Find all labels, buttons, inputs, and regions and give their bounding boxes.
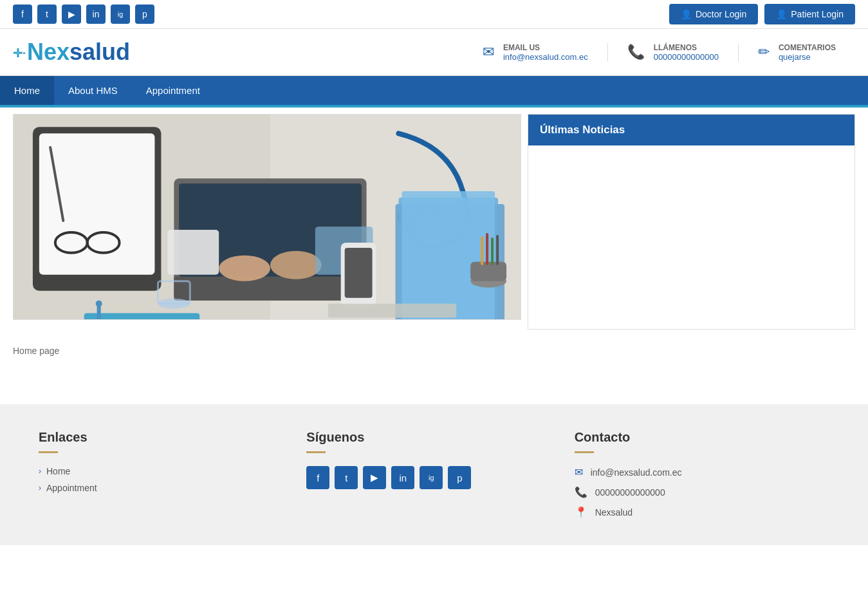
svg-point-27 — [96, 301, 102, 307]
svg-point-12 — [219, 256, 270, 281]
svg-rect-29 — [470, 262, 506, 281]
nav-appointment[interactable]: Appointment — [132, 76, 214, 105]
patient-login-button[interactable]: 👤 Patient Login — [764, 4, 855, 24]
footer-twitter-icon[interactable]: t — [335, 466, 358, 489]
patient-login-icon: 👤 — [776, 9, 787, 19]
svg-rect-11 — [174, 277, 366, 301]
footer-link-appointment[interactable]: › Appointment — [39, 483, 281, 493]
top-youtube-icon[interactable]: ▶ — [62, 5, 81, 24]
logo-salud: salud — [69, 39, 130, 65]
header-comments: ✏ COMENTARIOS quejarse — [739, 43, 855, 62]
footer-linkedin-icon[interactable]: in — [391, 466, 414, 489]
footer-contact-phone: 📞 00000000000000 — [575, 486, 817, 498]
svg-rect-22 — [328, 304, 456, 318]
patient-login-label: Patient Login — [791, 9, 844, 19]
email-label: EMAIL US — [503, 43, 588, 52]
spacer — [0, 366, 868, 404]
footer-enlaces-title: Enlaces — [39, 430, 281, 445]
sidebar-news: Últimas Noticias — [528, 114, 855, 330]
svg-rect-33 — [496, 235, 499, 265]
footer-siguenos-divider — [306, 451, 326, 453]
footer-enlaces-divider — [39, 451, 58, 453]
header-phone: 📞 LLÁMENOS 00000000000000 — [608, 43, 739, 62]
sidebar-news-body — [528, 145, 854, 329]
footer-pinterest-icon[interactable]: p — [448, 466, 471, 489]
footer-contact-location: 📍 Nexsalud — [575, 506, 817, 518]
footer-instagram-icon[interactable]: ig — [420, 466, 443, 489]
svg-rect-3 — [39, 133, 155, 274]
svg-rect-30 — [481, 236, 483, 265]
svg-rect-32 — [491, 238, 494, 265]
footer-email-icon: ✉ — [575, 466, 583, 478]
phone-icon: 📞 — [627, 44, 645, 61]
logo-nex: Nex — [27, 39, 69, 65]
top-social-icons: f t ▶ in ig p — [13, 5, 154, 24]
navbar: Home About HMS Appointment — [0, 76, 868, 105]
comments-icon: ✏ — [758, 44, 770, 61]
footer: Enlaces › Home › Appointment Síguenos f … — [0, 404, 868, 545]
chevron-icon-2: › — [39, 483, 41, 492]
footer-social-icons: f t ▶ in ig p — [306, 466, 548, 489]
news-title: Últimas Noticias — [540, 124, 625, 136]
footer-location-icon: 📍 — [575, 506, 587, 518]
doctor-login-icon: 👤 — [681, 9, 692, 19]
footer-enlaces: Enlaces › Home › Appointment — [39, 430, 293, 526]
header-info: ✉ EMAIL US info@nexsalud.com.ec 📞 LLÁMEN… — [463, 43, 855, 62]
email-value[interactable]: info@nexsalud.com.ec — [503, 52, 588, 62]
footer-youtube-icon[interactable]: ▶ — [363, 466, 386, 489]
email-icon: ✉ — [483, 44, 494, 61]
chevron-icon: › — [39, 467, 41, 476]
footer-link-home[interactable]: › Home — [39, 466, 281, 476]
footer-appointment-label: Appointment — [46, 483, 97, 493]
top-bar: f t ▶ in ig p 👤 Doctor Login 👤 Patient L… — [0, 0, 868, 29]
breadcrumb-text: Home page — [13, 346, 59, 356]
footer-email-value: info@nexsalud.com.ec — [591, 467, 682, 478]
top-buttons: 👤 Doctor Login 👤 Patient Login — [669, 4, 855, 24]
svg-point-13 — [270, 251, 322, 279]
comments-label: COMENTARIOS — [779, 43, 836, 52]
comments-value[interactable]: quejarse — [779, 52, 836, 62]
nav-home[interactable]: Home — [0, 76, 54, 105]
footer-contacto-divider — [575, 451, 594, 453]
footer-siguenos-title: Síguenos — [306, 430, 548, 445]
main-content: Últimas Noticias — [0, 107, 868, 336]
doctor-login-button[interactable]: 👤 Doctor Login — [669, 4, 758, 24]
footer-home-label: Home — [46, 466, 70, 476]
phone-label: LLÁMENOS — [654, 43, 719, 52]
top-twitter-icon[interactable]: t — [37, 5, 57, 24]
top-instagram-icon[interactable]: ig — [111, 5, 130, 24]
top-facebook-icon[interactable]: f — [13, 5, 32, 24]
svg-rect-31 — [486, 233, 488, 265]
footer-contacto-title: Contacto — [575, 430, 817, 445]
footer-phone-icon: 📞 — [575, 486, 587, 498]
footer-facebook-icon[interactable]: f — [306, 466, 329, 489]
footer-contact-email: ✉ info@nexsalud.com.ec — [575, 466, 817, 478]
svg-rect-25 — [84, 313, 200, 319]
svg-rect-14 — [167, 230, 219, 275]
footer-siguenos: Síguenos f t ▶ in ig p — [293, 430, 561, 526]
logo[interactable]: ✛·Nexsalud — [13, 39, 130, 66]
phone-value: 00000000000000 — [654, 52, 719, 62]
doctor-login-label: Doctor Login — [696, 9, 746, 19]
footer-phone-value: 00000000000000 — [595, 487, 665, 498]
breadcrumb: Home page — [0, 336, 868, 366]
header-email: ✉ EMAIL US info@nexsalud.com.ec — [463, 43, 608, 62]
sidebar-news-header: Últimas Noticias — [528, 115, 854, 145]
svg-rect-21 — [345, 248, 373, 298]
footer-location-value: Nexsalud — [595, 507, 633, 518]
top-pinterest-icon[interactable]: p — [135, 5, 154, 24]
header: ✛·Nexsalud ✉ EMAIL US info@nexsalud.com.… — [0, 29, 868, 76]
nav-about-hms[interactable]: About HMS — [54, 76, 132, 105]
hero-image — [13, 114, 521, 320]
top-linkedin-icon[interactable]: in — [86, 5, 106, 24]
footer-contacto: Contacto ✉ info@nexsalud.com.ec 📞 000000… — [562, 430, 829, 526]
